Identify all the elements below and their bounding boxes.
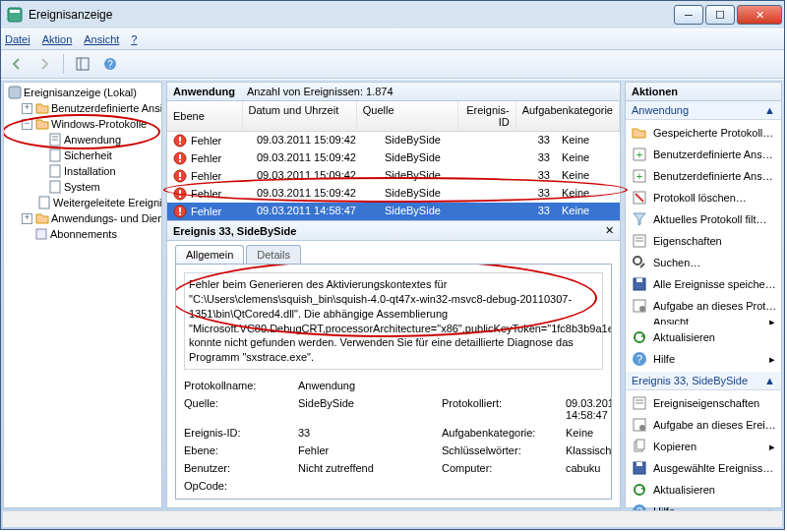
- action-item[interactable]: Aufgabe an dieses Prot…: [626, 295, 781, 317]
- grid-header[interactable]: Ebene Datum und Uhrzeit Quelle Ereignis-…: [167, 101, 620, 132]
- props-icon: [632, 395, 647, 411]
- tab-general[interactable]: Allgemein: [175, 245, 244, 264]
- col-source[interactable]: Quelle: [357, 101, 458, 131]
- tree-subscriptions[interactable]: Abonnements: [22, 226, 159, 242]
- action-item[interactable]: Aktualisieren: [626, 326, 781, 348]
- action-item[interactable]: Aktuelles Protokoll filt…: [626, 208, 781, 230]
- tool-forward[interactable]: [32, 52, 56, 76]
- action-item[interactable]: Ereigniseigenschaften: [626, 392, 781, 414]
- svg-line-38: [640, 264, 644, 267]
- events-grid[interactable]: Ebene Datum und Uhrzeit Quelle Ereignis-…: [167, 101, 620, 220]
- tool-help-icon[interactable]: ?: [98, 52, 122, 76]
- svg-rect-28: [179, 207, 181, 212]
- col-eventid[interactable]: Ereignis-ID: [458, 101, 516, 131]
- svg-rect-52: [636, 440, 644, 449]
- svg-rect-54: [636, 462, 642, 466]
- menubar: Datei Aktion Ansicht ?: [1, 29, 784, 50]
- detail-body[interactable]: Fehler beim Generieren des Aktivierungsk…: [175, 264, 612, 500]
- svg-point-50: [639, 425, 645, 431]
- svg-text:?: ?: [636, 353, 642, 365]
- tree-app[interactable]: Anwendung: [35, 132, 159, 148]
- svg-rect-2: [77, 58, 89, 70]
- action-item[interactable]: Suchen…: [626, 252, 781, 273]
- collapse-icon[interactable]: ▲: [764, 375, 775, 386]
- svg-rect-1: [10, 10, 20, 13]
- event-row[interactable]: Fehler09.03.2011 15:09:42SideBySide33Kei…: [167, 167, 620, 185]
- col-level[interactable]: Ebene: [167, 101, 243, 131]
- action-item[interactable]: +Benutzerdefinierte Ans…: [626, 165, 781, 187]
- svg-rect-25: [179, 190, 181, 195]
- action-item[interactable]: +Benutzerdefinierte Ans…: [626, 144, 781, 165]
- action-item[interactable]: Ausgewählte Ereigniss…: [626, 457, 781, 479]
- detail-close-icon[interactable]: ✕: [605, 224, 614, 237]
- event-row[interactable]: Fehler09.03.2011 15:09:42SideBySide33Kei…: [167, 132, 620, 149]
- tree-root[interactable]: Ereignisanzeige (Lokal): [8, 85, 159, 100]
- tool-show-tree[interactable]: [71, 52, 94, 76]
- svg-rect-19: [179, 154, 181, 159]
- tab-details[interactable]: Details: [246, 245, 301, 264]
- refresh-icon: [632, 482, 647, 498]
- svg-rect-11: [50, 165, 60, 177]
- menu-help[interactable]: ?: [131, 33, 137, 45]
- svg-text:?: ?: [107, 59, 113, 70]
- tree-system[interactable]: System: [35, 179, 159, 195]
- detail-pane: Ereignis 33, SideBySide ✕ Allgemein Deta…: [167, 220, 620, 507]
- refresh-icon: [632, 329, 647, 345]
- menu-file[interactable]: Datei: [5, 33, 30, 45]
- save-icon: [632, 460, 647, 476]
- clear-icon: [632, 190, 647, 206]
- event-properties: Protokollname:Anwendung Quelle:SideBySid…: [184, 380, 603, 500]
- event-row[interactable]: Fehler09.03.2011 14:58:47SideBySide33Kei…: [167, 203, 620, 220]
- action-item[interactable]: Aufgabe an dieses Erei…: [626, 414, 781, 436]
- svg-rect-12: [50, 181, 60, 193]
- svg-rect-14: [36, 229, 46, 239]
- col-category[interactable]: Aufgabenkategorie: [516, 101, 620, 131]
- props-icon: [632, 233, 647, 249]
- close-button[interactable]: ✕: [737, 5, 782, 25]
- svg-rect-23: [179, 178, 181, 180]
- event-row[interactable]: Fehler09.03.2011 15:09:42SideBySide33Kei…: [167, 149, 620, 167]
- action-item[interactable]: Eigenschaften: [626, 230, 781, 252]
- action-item[interactable]: ?Hilfe▸: [626, 348, 781, 370]
- link-onlinehelp[interactable]: Onlinehilfe: [298, 498, 349, 500]
- error-icon: [173, 134, 187, 148]
- action-item[interactable]: Protokoll löschen…: [626, 187, 781, 208]
- collapse-icon[interactable]: ▲: [764, 104, 775, 116]
- action-item[interactable]: Alle Ereignisse speiche…: [626, 273, 781, 295]
- event-row[interactable]: Fehler09.03.2011 15:09:42SideBySide33Kei…: [167, 185, 620, 203]
- menu-view[interactable]: Ansicht: [84, 33, 119, 45]
- tree-pane[interactable]: Ereignisanzeige (Lokal) +Benutzerdefinie…: [3, 82, 162, 508]
- error-icon: [173, 205, 187, 218]
- copy-icon: [632, 439, 647, 454]
- tree-forwarded[interactable]: Weitergeleitete Ereignisse: [35, 195, 159, 210]
- menu-action[interactable]: Aktion: [42, 33, 73, 45]
- tool-back[interactable]: [5, 52, 29, 76]
- save-icon: [632, 276, 647, 292]
- svg-rect-10: [50, 149, 60, 161]
- tree-install[interactable]: Installation: [35, 163, 159, 179]
- titlebar[interactable]: Ereignisanzeige ─ ☐ ✕: [1, 1, 784, 29]
- svg-rect-6: [9, 87, 21, 98]
- action-item[interactable]: Aktualisieren: [626, 479, 781, 501]
- action-item[interactable]: Kopieren▸: [626, 436, 781, 457]
- actions-group-event[interactable]: Ereignis 33, SideBySide▲: [626, 372, 781, 390]
- tree-custom-views[interactable]: +Benutzerdefinierte Ansichten: [22, 100, 159, 116]
- tree-win-logs[interactable]: −Windows-Protokolle: [22, 116, 159, 132]
- scrollbar-horizontal[interactable]: [3, 510, 782, 527]
- tree-security[interactable]: Sicherheit: [35, 148, 159, 163]
- actions-group-app[interactable]: Anwendung▲: [626, 101, 781, 120]
- col-datetime[interactable]: Datum und Uhrzeit: [243, 101, 357, 131]
- svg-point-42: [639, 306, 645, 312]
- maximize-button[interactable]: ☐: [705, 5, 735, 25]
- action-item[interactable]: Gespeicherte Protokoll…: [626, 122, 781, 144]
- filter-icon: [632, 211, 647, 227]
- create-icon: +: [632, 147, 647, 162]
- minimize-button[interactable]: ─: [674, 5, 703, 25]
- error-icon: [173, 187, 187, 201]
- svg-rect-22: [179, 172, 181, 177]
- tree-app-services[interactable]: +Anwendungs- und Dienstprotokolle: [22, 210, 159, 226]
- error-icon: [173, 169, 187, 183]
- app-icon: [7, 7, 23, 23]
- app-window: Ereignisanzeige ─ ☐ ✕ Datei Aktion Ansic…: [0, 0, 785, 530]
- main-pane: Anwendung Anzahl von Ereignissen: 1.874 …: [166, 82, 621, 508]
